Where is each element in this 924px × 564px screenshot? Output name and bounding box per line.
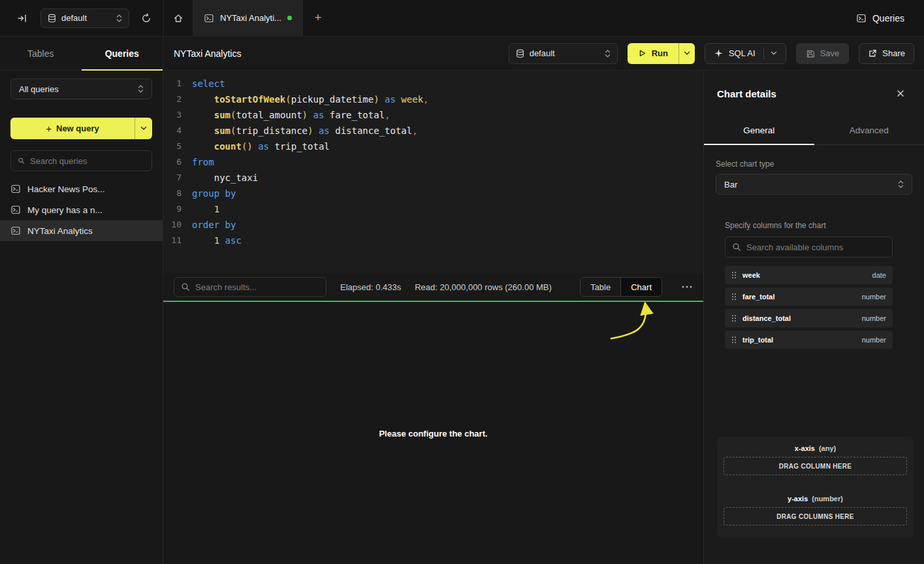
sidebar-query-item[interactable]: My query has a n... [0, 199, 163, 220]
share-button[interactable]: Share [859, 43, 914, 64]
column-name: fare_total [742, 293, 775, 301]
line-number: 5 [163, 139, 182, 154]
column-name: distance_total [742, 314, 791, 322]
search-columns-box[interactable] [725, 237, 893, 257]
editor-database-selector[interactable]: default [509, 43, 618, 64]
sidebar-tabs: Tables Queries [0, 37, 163, 71]
sidebar-tab-queries[interactable]: Queries [82, 37, 163, 70]
tab-advanced[interactable]: Advanced [814, 116, 924, 144]
share-button-label: Share [882, 48, 905, 58]
y-axis-label-row: y-axis (number) [724, 495, 907, 503]
collapse-sidebar-button[interactable] [13, 9, 31, 27]
line-number: 6 [163, 154, 182, 170]
tab-general[interactable]: General [704, 116, 814, 144]
sidebar-body: All queries + New query [0, 71, 163, 171]
run-button-main[interactable]: Run [628, 43, 678, 64]
sidebar-query-item[interactable]: NYTaxi Analytics [0, 220, 163, 241]
chart-details-panel: Chart details General Advanced Select ch… [703, 71, 924, 564]
sparkle-icon [714, 48, 724, 58]
sidebar-query-item[interactable]: Hacker News Pos... [0, 178, 163, 199]
unsaved-changes-dot [287, 16, 292, 20]
search-columns-input[interactable] [746, 242, 885, 252]
chart-details-body: Select chart type Bar Specify columns fo… [704, 159, 924, 349]
plus-icon: + [46, 123, 52, 134]
results-more-button[interactable] [677, 277, 697, 297]
query-list: Hacker News Pos...My query has a n...NYT… [0, 178, 163, 241]
code-line: 8group by [163, 186, 703, 201]
main-header: NYTaxi Analytics default Run SQL AI [163, 37, 924, 71]
console-icon [10, 205, 21, 215]
queries-filter-value: All queries [19, 84, 138, 94]
run-dropdown[interactable] [679, 43, 695, 64]
queries-filter-select[interactable]: All queries [10, 78, 152, 99]
toggle-table[interactable]: Table [581, 278, 620, 296]
main-header-actions: default Run SQL AI S [509, 43, 914, 64]
code-line: 5 count() as trip_total [163, 139, 703, 154]
queries-button[interactable]: Queries [856, 13, 904, 24]
updown-chevrons-icon [116, 14, 122, 23]
query-item-label: Hacker News Pos... [27, 184, 105, 194]
console-icon [10, 184, 21, 194]
save-icon [806, 49, 815, 58]
close-panel-button[interactable] [893, 86, 908, 101]
new-query-main[interactable]: + New query [10, 118, 135, 139]
save-button[interactable]: Save [796, 43, 850, 64]
columns-list: weekdatefare_totalnumberdistance_totalnu… [725, 266, 893, 349]
updown-chevrons-icon [605, 49, 611, 58]
line-number: 8 [163, 186, 182, 201]
y-axis-label: y-axis [788, 495, 808, 503]
top-bar: default NYTaxi Analyti... + Queries [0, 0, 924, 37]
column-row[interactable]: fare_totalnumber [725, 288, 893, 306]
run-button[interactable]: Run [628, 43, 695, 64]
y-axis-drop-zone[interactable]: DRAG COLUMNS HERE [724, 507, 907, 525]
refresh-icon [141, 13, 151, 24]
column-row[interactable]: weekdate [725, 266, 893, 284]
new-query-dropdown[interactable] [135, 118, 152, 139]
editor-database-value: default [530, 48, 599, 58]
chart-placeholder-message: Please configure the chart. [163, 429, 703, 439]
elapsed-time: Elapsed: 0.433s [340, 282, 401, 292]
updown-chevrons-icon [898, 180, 904, 189]
document-tab-nytaxi[interactable]: NYTaxi Analyti... [193, 0, 303, 36]
topbar-database-selector[interactable]: default [40, 8, 129, 28]
new-query-button[interactable]: + New query [10, 118, 152, 139]
search-results-box[interactable] [174, 277, 327, 297]
view-toggle: Table Chart [580, 277, 662, 297]
page-title: NYTaxi Analytics [174, 48, 241, 59]
code-line: 6from [163, 154, 703, 170]
sidebar-tab-tables[interactable]: Tables [0, 37, 82, 70]
sql-ai-label: SQL AI [729, 48, 756, 58]
home-tab[interactable] [163, 0, 193, 36]
column-type: date [872, 271, 886, 279]
code-line: 7 nyc_taxi [163, 170, 703, 186]
search-results-input[interactable] [195, 282, 319, 292]
chart-type-label: Select chart type [716, 159, 912, 169]
code-line: 10order by [163, 217, 703, 233]
column-row[interactable]: distance_totalnumber [725, 309, 893, 327]
refresh-button[interactable] [137, 9, 155, 27]
column-row[interactable]: trip_totalnumber [725, 331, 893, 349]
chart-details-tabs: General Advanced [704, 116, 924, 145]
chart-type-select[interactable]: Bar [716, 174, 912, 195]
line-number: 3 [163, 107, 182, 123]
close-icon [897, 90, 904, 97]
document-tab-label: NYTaxi Analyti... [220, 13, 281, 23]
search-icon [732, 242, 741, 252]
search-queries-box[interactable] [10, 150, 152, 171]
results-toolbar: Elapsed: 0.433s Read: 20,000,000 rows (2… [163, 273, 703, 301]
toggle-chart[interactable]: Chart [621, 278, 661, 296]
search-queries-input[interactable] [30, 156, 145, 166]
drag-handle-icon [731, 271, 737, 279]
sql-ai-button[interactable]: SQL AI [705, 43, 786, 64]
new-tab-button[interactable]: + [303, 0, 333, 36]
line-number: 1 [163, 76, 182, 91]
line-number: 9 [163, 201, 182, 217]
code-line: 11 1 asc [163, 233, 703, 248]
sql-editor[interactable]: 1select2 toStartOfWeek(pickup_datetime) … [163, 71, 703, 273]
topbar-database-value: default [61, 13, 111, 23]
chevron-down-icon [771, 51, 777, 56]
columns-section: Specify columns for the chart weekdatefa… [725, 221, 893, 349]
x-axis-drop-zone[interactable]: DRAG COLUMN HERE [724, 457, 907, 475]
drag-handle-icon [731, 336, 737, 344]
ellipsis-icon [682, 286, 692, 288]
